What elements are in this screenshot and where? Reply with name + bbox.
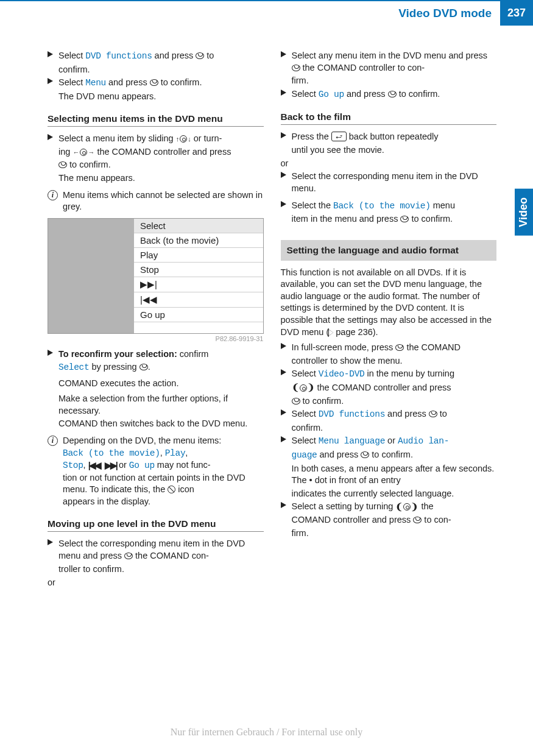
- ui-video-dvd: Video-DVD: [319, 369, 365, 379]
- ui-dvd-functions: DVD functions: [319, 409, 385, 419]
- page-number: 237: [500, 0, 533, 26]
- press-icon: [388, 91, 397, 97]
- press-icon: [413, 517, 422, 523]
- press-icon: [150, 79, 158, 86]
- page-header: Video DVD mode 237: [0, 0, 533, 26]
- info-icon: i: [48, 436, 58, 446]
- menu-item: Play: [134, 248, 263, 263]
- svg-marker-1: [48, 78, 53, 84]
- page-ref-icon: [329, 330, 333, 336]
- menu-item: |◀◀: [134, 292, 263, 308]
- press-icon: [139, 364, 148, 370]
- svg-marker-9: [281, 201, 286, 207]
- bullet-icon: [48, 348, 54, 361]
- slide-vertical-icon: ↑↓: [176, 135, 191, 144]
- press-icon: [58, 161, 67, 168]
- ui-audio-language: Audio lan-: [398, 436, 449, 446]
- bullet-icon: [281, 50, 287, 74]
- ui-play: Play: [165, 448, 186, 458]
- or-separator: or: [281, 158, 497, 168]
- info-icon: i: [48, 190, 58, 200]
- left-column: Select DVD functions and press to confir…: [48, 50, 264, 590]
- ui-go-up: Go up: [319, 90, 344, 99]
- menu-item: ▶▶|: [134, 277, 263, 292]
- bullet-icon: [48, 77, 54, 90]
- svg-marker-11: [281, 369, 286, 375]
- svg-marker-4: [48, 539, 53, 545]
- svg-marker-14: [281, 502, 286, 508]
- rotate-icon: ❨❩: [395, 501, 418, 514]
- ui-dvd-functions: DVD functions: [85, 51, 152, 61]
- menu-item: Stop: [134, 263, 263, 277]
- skip-back-icon: |◀◀: [88, 460, 100, 472]
- svg-marker-8: [281, 172, 286, 178]
- press-icon: [292, 65, 300, 71]
- figure-caption: P82.86-9919-31: [48, 335, 264, 342]
- svg-marker-10: [281, 343, 286, 349]
- slide-horizontal-icon: ←→: [72, 148, 94, 157]
- svg-marker-6: [281, 90, 286, 96]
- bullet-icon: [281, 368, 287, 381]
- ui-go-up: Go up: [129, 461, 155, 470]
- right-column: Select any menu item in the DVD menu and…: [281, 50, 497, 590]
- watermark: Nur für internen Gebrauch / For internal…: [0, 727, 533, 738]
- press-icon: [361, 451, 369, 458]
- prohibited-icon: [168, 486, 175, 493]
- bullet-icon: [281, 171, 287, 194]
- bullet-icon: [281, 501, 287, 513]
- menu-item: Back (to the movie): [134, 233, 263, 248]
- svg-marker-13: [281, 436, 286, 442]
- svg-marker-0: [48, 51, 53, 57]
- svg-marker-3: [48, 350, 53, 356]
- bullet-icon: [281, 200, 287, 213]
- ui-menu: Menu: [85, 78, 106, 88]
- press-icon: [196, 52, 204, 59]
- bullet-icon: [281, 131, 287, 143]
- heading-selecting-menu-items: Selecting menu items in the DVD menu: [48, 113, 264, 127]
- rotate-icon: ❨❩: [292, 382, 315, 394]
- press-icon: [429, 411, 437, 417]
- back-button-icon: ⮐: [331, 132, 347, 141]
- heading-language-audio: Setting the language and audio format: [281, 240, 497, 261]
- heading-back-to-film: Back to the film: [281, 111, 497, 125]
- press-icon: [124, 553, 133, 559]
- svg-marker-12: [281, 409, 286, 415]
- bullet-icon: [281, 342, 287, 354]
- press-icon: [395, 344, 404, 351]
- menu-item: Select: [134, 219, 263, 233]
- bullet-icon: [48, 538, 54, 562]
- or-separator: or: [48, 578, 264, 587]
- ui-back-movie: Back (to the movie): [333, 201, 431, 211]
- heading-moving-up: Moving up one level in the DVD menu: [48, 518, 264, 532]
- press-icon: [292, 398, 300, 404]
- svg-marker-2: [48, 134, 53, 140]
- press-icon: [400, 216, 409, 222]
- screenshot-dvd-menu: Select Back (to the movie) Play Stop ▶▶|…: [48, 218, 264, 334]
- bullet-icon: [281, 88, 287, 101]
- bullet-icon: [281, 435, 287, 448]
- svg-marker-5: [281, 51, 286, 57]
- bullet-icon: [281, 408, 287, 421]
- menu-item: Go up: [134, 308, 263, 322]
- header-title: Video DVD mode: [0, 0, 500, 26]
- skip-fwd-icon: ▶▶|: [105, 460, 116, 472]
- svg-marker-7: [281, 132, 286, 138]
- bullet-icon: [48, 133, 54, 145]
- ui-stop: Stop: [63, 461, 83, 470]
- section-tab-video: Video: [515, 189, 533, 236]
- ui-back-movie: Back (to the movie): [63, 448, 160, 458]
- ui-menu-language: Menu language: [319, 436, 385, 446]
- ui-select: Select: [58, 362, 89, 372]
- bullet-icon: [48, 50, 54, 63]
- menu-list: Select Back (to the movie) Play Stop ▶▶|…: [134, 219, 263, 322]
